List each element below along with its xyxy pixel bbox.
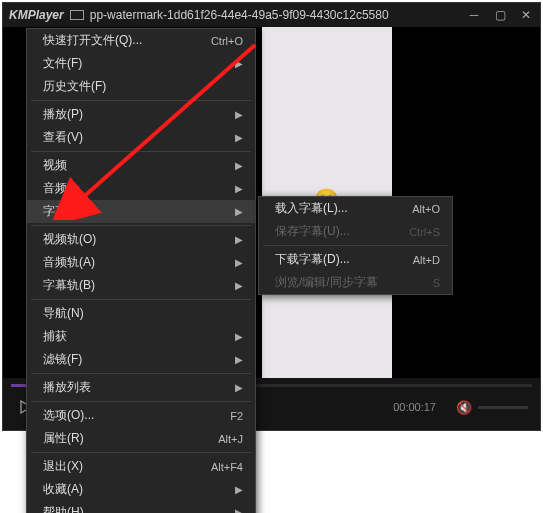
menu-view[interactable]: 查看(V)▶ <box>27 126 255 149</box>
menu-files[interactable]: 文件(F)▶ <box>27 52 255 75</box>
submenu-browse-subtitle: 浏览/编辑/同步字幕S <box>259 271 452 294</box>
menu-capture[interactable]: 捕获▶ <box>27 325 255 348</box>
close-button[interactable]: ✕ <box>518 7 534 23</box>
menu-separator <box>263 245 448 246</box>
menu-open-quick[interactable]: 快速打开文件(Q)...Ctrl+O <box>27 29 255 52</box>
menu-props[interactable]: 属性(R)Alt+J <box>27 427 255 450</box>
menu-separator <box>31 151 251 152</box>
menu-separator <box>31 299 251 300</box>
menu-nav[interactable]: 导航(N) <box>27 302 255 325</box>
menu-fav[interactable]: 收藏(A)▶ <box>27 478 255 501</box>
menu-separator <box>31 225 251 226</box>
menu-separator <box>31 373 251 374</box>
menu-filter[interactable]: 滤镜(F)▶ <box>27 348 255 371</box>
menu-subtitle-track[interactable]: 字幕轨(B)▶ <box>27 274 255 297</box>
maximize-button[interactable]: ▢ <box>492 7 508 23</box>
menu-play[interactable]: 播放(P)▶ <box>27 103 255 126</box>
titlebar: KMPlayer pp-watermark-1dd61f26-44e4-49a5… <box>3 3 540 27</box>
volume-control[interactable]: 🔇 <box>456 400 528 415</box>
menu-history[interactable]: 历史文件(F) <box>27 75 255 98</box>
time-display: 00:00:17 <box>393 401 436 413</box>
menu-help[interactable]: 帮助(H)▶ <box>27 501 255 513</box>
menu-playlist[interactable]: 播放列表▶ <box>27 376 255 399</box>
context-menu: 快速打开文件(Q)...Ctrl+O 文件(F)▶ 历史文件(F) 播放(P)▶… <box>26 28 256 513</box>
mute-icon[interactable]: 🔇 <box>456 400 472 415</box>
menu-subtitle[interactable]: 字幕(U)▶ <box>27 200 255 223</box>
submenu-download-subtitle[interactable]: 下载字幕(D)...Alt+D <box>259 248 452 271</box>
app-name: KMPlayer <box>9 8 64 22</box>
menu-exit[interactable]: 退出(X)Alt+F4 <box>27 455 255 478</box>
menu-options[interactable]: 选项(O)...F2 <box>27 404 255 427</box>
menu-video[interactable]: 视频▶ <box>27 154 255 177</box>
menu-video-track[interactable]: 视频轨(O)▶ <box>27 228 255 251</box>
submenu-save-subtitle: 保存字幕(U)...Ctrl+S <box>259 220 452 243</box>
menu-separator <box>31 452 251 453</box>
submenu-load-subtitle[interactable]: 载入字幕(L)...Alt+O <box>259 197 452 220</box>
window-title: pp-watermark-1dd61f26-44e4-49a5-9f09-443… <box>90 8 466 22</box>
subtitle-submenu: 载入字幕(L)...Alt+O 保存字幕(U)...Ctrl+S 下载字幕(D)… <box>258 196 453 295</box>
menu-audio[interactable]: 音频▶ <box>27 177 255 200</box>
volume-bar[interactable] <box>478 406 528 409</box>
menu-separator <box>31 100 251 101</box>
title-icon <box>70 10 84 20</box>
menu-separator <box>31 401 251 402</box>
menu-audio-track[interactable]: 音频轨(A)▶ <box>27 251 255 274</box>
minimize-button[interactable]: ─ <box>466 7 482 23</box>
